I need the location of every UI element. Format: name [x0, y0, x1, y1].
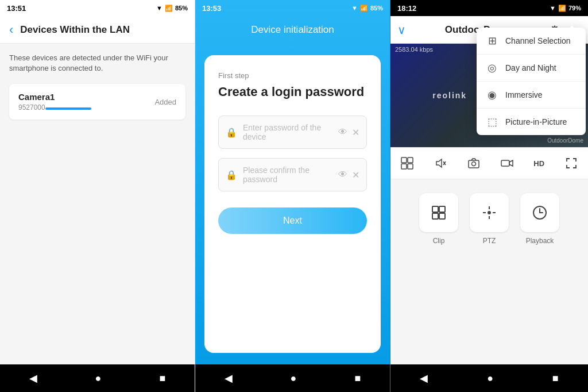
header-bar-p1: ‹ Devices Within the LAN — [0, 16, 195, 44]
nav-home-p1[interactable]: ● — [84, 368, 113, 389]
playback-button[interactable]: Playback — [520, 193, 559, 245]
snapshot-button[interactable] — [462, 153, 486, 173]
status-bar-p3: 18:12 ▼ 📶 79% — [390, 0, 588, 16]
subtitle-p1: These devices are detected under the WiF… — [9, 53, 185, 74]
controls-bar: HD — [390, 147, 588, 179]
svg-rect-13 — [432, 213, 438, 219]
quality-button[interactable]: HD — [528, 156, 550, 171]
nav-back-p2[interactable]: ◀ — [213, 367, 244, 389]
nav-back-p1[interactable]: ◀ — [18, 367, 49, 389]
pw-clear-icon[interactable]: ✕ — [352, 127, 359, 138]
signal-icon-p2: 📶 — [360, 5, 368, 12]
confirm-clear-icon[interactable]: ✕ — [352, 170, 359, 180]
channel-selection-label: Channel Selection — [505, 36, 571, 45]
ptz-button[interactable]: PTZ — [470, 193, 509, 245]
status-icons-p2: ▼ 📶 85% — [351, 5, 383, 12]
time-p2: 13:53 — [202, 4, 221, 13]
nav-bar-p1: ◀ ● ■ — [0, 364, 195, 392]
dropdown-menu: ⊞ Channel Selection ◎ Day and Night ◉ Im… — [477, 28, 586, 135]
day-night-icon: ◎ — [486, 62, 498, 74]
svg-marker-10 — [509, 160, 513, 166]
clip-icon-box — [419, 193, 458, 232]
pw-eye-icon[interactable]: 👁 — [338, 127, 347, 137]
panel-camera-view: 18:12 ▼ 📶 79% ∨ OutdoorDome ⚙ ••• ⊞ Chan… — [390, 0, 588, 392]
svg-rect-1 — [408, 157, 413, 163]
next-button[interactable]: Next — [218, 207, 367, 234]
playback-label: Playback — [526, 237, 554, 245]
mute-button[interactable] — [428, 153, 452, 173]
added-badge: Added — [154, 98, 176, 106]
battery-p3: 79% — [568, 5, 581, 11]
immersive-icon: ◉ — [486, 89, 498, 101]
signal-icon-p3: 📶 — [558, 5, 566, 12]
svg-point-15 — [488, 211, 491, 214]
panel-devices-lan: 13:51 ▼ 📶 85% ‹ Devices Within the LAN T… — [0, 0, 195, 392]
fullscreen-button[interactable] — [559, 153, 583, 173]
fullscreen-icon — [565, 157, 578, 170]
password-placeholder: Enter password of the device — [243, 123, 338, 141]
dropdown-item-channel-selection[interactable]: ⊞ Channel Selection — [477, 28, 586, 55]
nav-recent-p3[interactable]: ■ — [541, 368, 570, 389]
battery-p1: 85% — [175, 5, 188, 11]
ptz-icon — [481, 205, 497, 221]
panel1-content: These devices are detected under the WiF… — [0, 44, 195, 364]
channel-selection-icon: ⊞ — [486, 34, 498, 47]
chevron-down-icon[interactable]: ∨ — [397, 23, 406, 37]
p2-card: First step Create a login password 🔒 Ent… — [204, 55, 381, 353]
outdoor-label: OutdoorDome — [547, 137, 583, 144]
nav-bar-p3: ◀ ● ■ — [390, 364, 588, 392]
svg-rect-3 — [408, 164, 413, 169]
confirm-placeholder: Please confirm the password — [243, 166, 338, 184]
svg-marker-4 — [436, 159, 442, 167]
password-input-wrap[interactable]: 🔒 Enter password of the device 👁 ✕ — [218, 116, 367, 149]
nav-home-p2[interactable]: ● — [279, 368, 308, 389]
record-icon — [501, 157, 513, 170]
day-night-label: Day and Night — [505, 63, 556, 72]
pip-icon: ⬚ — [486, 116, 498, 128]
device-id-bar — [45, 107, 91, 110]
record-button[interactable] — [495, 153, 519, 173]
wifi-icon-p3: ▼ — [550, 5, 556, 11]
playback-icon — [532, 205, 548, 221]
status-icons-p3: ▼ 📶 79% — [550, 5, 581, 12]
status-bar-p1: 13:51 ▼ 📶 85% — [0, 0, 195, 16]
device-id: 9527000 — [18, 103, 91, 112]
time-p1: 13:51 — [7, 4, 26, 13]
camera-icon — [467, 157, 480, 170]
camera-logo: reolink — [432, 91, 467, 100]
lock-icon-pw: 🔒 — [226, 127, 237, 138]
dropdown-item-pip[interactable]: ⬚ Picture-in-Picture — [477, 109, 586, 135]
immersive-label: Immersive — [505, 90, 543, 99]
bottom-actions: Clip PTZ Playback — [390, 179, 588, 364]
confirm-pw-actions: 👁 ✕ — [338, 170, 359, 180]
dropdown-item-day-night[interactable]: ◎ Day and Night — [477, 55, 586, 82]
p2-header-title: Device initialization — [251, 24, 334, 36]
nav-bar-p2: ◀ ● ■ — [195, 364, 390, 392]
confirm-eye-icon[interactable]: 👁 — [338, 170, 347, 180]
nav-back-p3[interactable]: ◀ — [408, 367, 439, 389]
dropdown-item-immersive[interactable]: ◉ Immersive — [477, 82, 586, 109]
svg-rect-2 — [401, 164, 407, 169]
svg-rect-12 — [439, 206, 445, 212]
confirm-password-input-wrap[interactable]: 🔒 Please confirm the password 👁 ✕ — [218, 158, 367, 191]
svg-rect-11 — [432, 206, 438, 212]
battery-p2: 85% — [370, 5, 383, 11]
svg-rect-9 — [501, 160, 509, 166]
time-p3: 18:12 — [397, 4, 416, 13]
ptz-icon-box — [470, 193, 509, 232]
nav-recent-p2[interactable]: ■ — [343, 368, 373, 389]
status-bar-p2: 13:53 ▼ 📶 85% — [195, 0, 390, 16]
clip-label: Clip — [433, 237, 445, 245]
create-password-title: Create a login password — [218, 84, 367, 99]
clip-button[interactable]: Clip — [419, 193, 458, 245]
status-icons-p1: ▼ 📶 85% — [156, 5, 188, 12]
nav-home-p3[interactable]: ● — [475, 368, 505, 389]
panel-device-init: 13:53 ▼ 📶 85% Device initialization Firs… — [195, 0, 390, 392]
ptz-label: PTZ — [483, 237, 496, 245]
back-button-p1[interactable]: ‹ — [9, 22, 13, 37]
device-card[interactable]: Camera1 9527000 Added — [9, 84, 185, 120]
nav-recent-p1[interactable]: ■ — [148, 368, 177, 389]
layout-button[interactable] — [395, 153, 419, 173]
wifi-icon: ▼ — [156, 5, 163, 11]
dropdown-arrow — [567, 25, 577, 31]
